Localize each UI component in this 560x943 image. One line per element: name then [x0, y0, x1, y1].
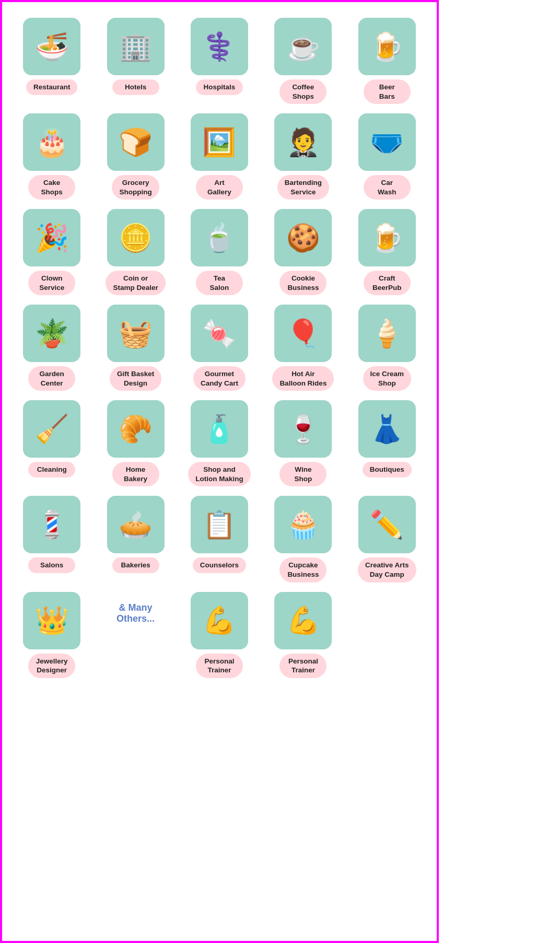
- wine-shop-icon: 🍷: [274, 400, 332, 458]
- home-bakery-label: Home Bakery: [112, 462, 159, 486]
- cake-shops-icon: 🎂: [23, 113, 80, 171]
- creative-arts-day-camp-icon: ✏️: [358, 496, 416, 553]
- creative-arts-day-camp-label: Creative Arts Day Camp: [358, 557, 416, 582]
- category-item-restaurant[interactable]: 🍜Restaurant: [13, 18, 91, 104]
- category-item-gift-basket-design[interactable]: 🧺Gift Basket Design: [96, 305, 174, 391]
- category-item-cake-shops[interactable]: 🎂Cake Shops: [13, 113, 91, 200]
- bakeries-icon: 🥧: [107, 496, 165, 553]
- car-wash-label: Car Wash: [364, 175, 411, 200]
- hot-air-balloon-rides-label: Hot Air Balloon Rides: [272, 366, 334, 391]
- category-item-jewellery-designer[interactable]: 👑Jewellery Designer: [13, 592, 91, 678]
- category-item-art-gallery[interactable]: 🖼️Art Gallery: [180, 113, 259, 200]
- ice-cream-shop-icon: 🍦: [358, 305, 416, 362]
- category-item-shop-lotion-making[interactable]: 🧴Shop and Lotion Making: [180, 400, 259, 486]
- tea-salon-label: Tea Salon: [196, 271, 243, 295]
- category-item-grocery-shopping[interactable]: 🍞Grocery Shopping: [96, 113, 174, 200]
- salons-label: Salons: [28, 557, 75, 573]
- category-item-personal-trainer[interactable]: 💪Personal Trainer: [180, 592, 259, 678]
- category-item-hotels[interactable]: 🏢Hotels: [96, 18, 174, 104]
- hotels-icon: 🏢: [107, 18, 165, 75]
- gift-basket-design-label: Gift Basket Design: [110, 366, 161, 391]
- many-others-item: & Many Others...: [96, 592, 174, 678]
- shop-lotion-making-label: Shop and Lotion Making: [188, 462, 251, 486]
- category-item-boutiques[interactable]: 👗Boutiques: [348, 400, 426, 486]
- personal-trainer-icon: 💪: [274, 592, 332, 649]
- category-item-personal-trainer[interactable]: 💪Personal Trainer: [264, 592, 342, 678]
- category-item-car-wash[interactable]: 🩲Car Wash: [348, 113, 426, 200]
- category-item-creative-arts-day-camp[interactable]: ✏️Creative Arts Day Camp: [348, 496, 426, 582]
- category-item-gourmet-candy-cart[interactable]: 🍬Gourmet Candy Cart: [180, 305, 259, 391]
- category-item-tea-salon[interactable]: 🍵Tea Salon: [180, 209, 259, 295]
- gourmet-candy-cart-icon: 🍬: [191, 305, 248, 362]
- boutiques-label: Boutiques: [363, 462, 412, 478]
- jewellery-designer-icon: 👑: [23, 592, 80, 649]
- cupcake-business-label: Cupcake Business: [279, 557, 326, 582]
- hotels-label: Hotels: [112, 79, 159, 95]
- coffee-shops-label: Coffee Shops: [279, 79, 326, 104]
- bartending-service-icon: 🤵: [274, 113, 332, 171]
- restaurant-icon: 🍜: [23, 18, 80, 75]
- garden-center-icon: 🪴: [23, 305, 80, 362]
- craft-beerpub-icon: 🍺: [358, 209, 416, 266]
- clown-service-label: Clown Service: [28, 271, 75, 295]
- art-gallery-icon: 🖼️: [191, 113, 248, 171]
- category-item-coin-stamp-dealer[interactable]: 🪙Coin or Stamp Dealer: [96, 209, 174, 295]
- many-others-label: & Many Others...: [111, 592, 160, 635]
- beer-bars-label: Beer Bars: [364, 79, 411, 104]
- grocery-shopping-label: Grocery Shopping: [112, 175, 159, 200]
- grocery-shopping-icon: 🍞: [107, 113, 165, 171]
- category-item-beer-bars[interactable]: 🍺Beer Bars: [348, 18, 426, 104]
- tea-salon-icon: 🍵: [191, 209, 248, 266]
- boutiques-icon: 👗: [358, 400, 416, 458]
- category-item-home-bakery[interactable]: 🥐Home Bakery: [96, 400, 174, 486]
- hospitals-label: Hospitals: [196, 79, 243, 95]
- category-item-cupcake-business[interactable]: 🧁Cupcake Business: [264, 496, 342, 582]
- salons-icon: 💈: [23, 496, 80, 553]
- craft-beerpub-label: Craft BeerPub: [364, 271, 411, 295]
- clown-service-icon: 🎉: [23, 209, 80, 266]
- counselors-icon: 📋: [191, 496, 248, 553]
- category-item-clown-service[interactable]: 🎉Clown Service: [13, 209, 91, 295]
- wine-shop-label: Wine Shop: [279, 462, 326, 486]
- category-item-ice-cream-shop[interactable]: 🍦Ice Cream Shop: [348, 305, 426, 391]
- jewellery-designer-label: Jewellery Designer: [28, 654, 75, 678]
- home-bakery-icon: 🥐: [107, 400, 165, 458]
- cookie-business-label: Cookie Business: [279, 271, 326, 295]
- category-item-salons[interactable]: 💈Salons: [13, 496, 91, 582]
- cupcake-business-icon: 🧁: [274, 496, 332, 553]
- category-item-garden-center[interactable]: 🪴Garden Center: [13, 305, 91, 391]
- category-item-wine-shop[interactable]: 🍷Wine Shop: [264, 400, 342, 486]
- restaurant-label: Restaurant: [26, 79, 78, 95]
- category-item-counselors[interactable]: 📋Counselors: [180, 496, 259, 582]
- category-item-bakeries[interactable]: 🥧Bakeries: [96, 496, 174, 582]
- beer-bars-icon: 🍺: [358, 18, 416, 75]
- personal-trainer-label: Personal Trainer: [279, 654, 326, 678]
- cleaning-icon: 🧹: [23, 400, 80, 458]
- coin-stamp-dealer-icon: 🪙: [107, 209, 165, 266]
- personal-trainer-icon: 💪: [191, 592, 248, 649]
- categories-grid: 🍜Restaurant🏢Hotels⚕️Hospitals☕Coffee Sho…: [7, 13, 431, 683]
- ice-cream-shop-label: Ice Cream Shop: [363, 366, 412, 391]
- cookie-business-icon: 🍪: [274, 209, 332, 266]
- category-item-hospitals[interactable]: ⚕️Hospitals: [180, 18, 259, 104]
- hospitals-icon: ⚕️: [191, 18, 248, 75]
- garden-center-label: Garden Center: [28, 366, 75, 391]
- personal-trainer-label: Personal Trainer: [196, 654, 243, 678]
- shop-lotion-making-icon: 🧴: [191, 400, 248, 458]
- category-item-hot-air-balloon-rides[interactable]: 🎈Hot Air Balloon Rides: [264, 305, 342, 391]
- coin-stamp-dealer-label: Coin or Stamp Dealer: [106, 271, 165, 295]
- hot-air-balloon-rides-icon: 🎈: [274, 305, 332, 362]
- cleaning-label: Cleaning: [28, 462, 75, 478]
- gift-basket-design-icon: 🧺: [107, 305, 165, 362]
- bartending-service-label: Bartending Service: [277, 175, 329, 200]
- car-wash-icon: 🩲: [358, 113, 416, 171]
- gourmet-candy-cart-label: Gourmet Candy Cart: [193, 366, 246, 391]
- category-item-cookie-business[interactable]: 🍪Cookie Business: [264, 209, 342, 295]
- category-item-coffee-shops[interactable]: ☕Coffee Shops: [264, 18, 342, 104]
- category-item-bartending-service[interactable]: 🤵Bartending Service: [264, 113, 342, 200]
- bakeries-label: Bakeries: [112, 557, 159, 573]
- cake-shops-label: Cake Shops: [28, 175, 75, 200]
- category-item-cleaning[interactable]: 🧹Cleaning: [13, 400, 91, 486]
- coffee-shops-icon: ☕: [274, 18, 332, 75]
- category-item-craft-beerpub[interactable]: 🍺Craft BeerPub: [348, 209, 426, 295]
